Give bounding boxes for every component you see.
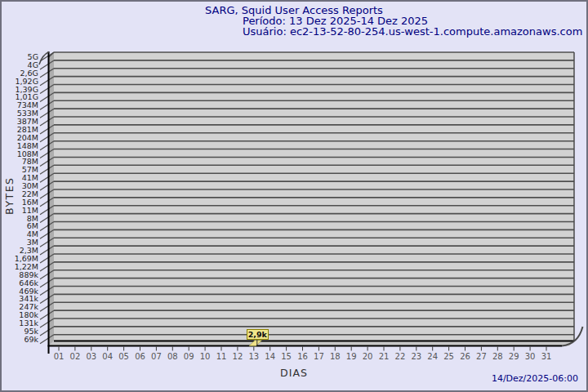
x-tick-label: 22 <box>391 352 409 361</box>
x-tick-label: 30 <box>521 352 539 361</box>
x-tick-label: 26 <box>457 352 474 361</box>
x-tick-label: 19 <box>342 352 360 361</box>
sarg-report-page: SARG, Squid User Access Reports Período:… <box>0 0 588 392</box>
x-tick-label: 01 <box>50 352 68 361</box>
x-tick-label: 11 <box>212 352 230 361</box>
x-tick-label: 18 <box>326 352 344 361</box>
x-tick-label: 10 <box>196 352 214 361</box>
y-tick-label: 69k <box>2 336 38 344</box>
x-tick-label: 02 <box>66 352 84 361</box>
x-tick-label: 04 <box>99 352 117 361</box>
plot-area <box>54 52 574 341</box>
bar-value-label: 2,9k <box>247 329 269 340</box>
generation-timestamp: 14/Dez/2025-06:00 <box>492 373 578 384</box>
x-tick-label: 23 <box>408 352 425 361</box>
x-tick-label: 15 <box>278 352 296 361</box>
x-tick-label: 27 <box>472 352 490 361</box>
x-tick-label: 17 <box>310 352 327 361</box>
x-tick-label: 03 <box>82 352 100 361</box>
x-tick-label: 16 <box>294 352 312 361</box>
bar-chart-canvas <box>2 2 586 390</box>
x-tick-label: 25 <box>440 352 458 361</box>
x-tick-label: 28 <box>488 352 506 361</box>
x-tick-label: 12 <box>229 352 247 361</box>
x-tick-label: 05 <box>115 352 133 361</box>
x-tick-label: 31 <box>537 352 555 361</box>
x-tick-label: 21 <box>375 352 393 361</box>
x-tick-label: 09 <box>180 352 198 361</box>
y-axis-title: BYTES <box>3 167 17 225</box>
x-tick-label: 14 <box>261 352 279 361</box>
x-tick-label: 06 <box>131 352 149 361</box>
x-tick-label: 20 <box>359 352 376 361</box>
x-tick-label: 13 <box>245 352 263 361</box>
x-tick-label: 29 <box>505 352 523 361</box>
x-tick-label: 07 <box>147 352 165 361</box>
x-tick-label: 24 <box>424 352 442 361</box>
x-tick-label: 08 <box>163 352 181 361</box>
